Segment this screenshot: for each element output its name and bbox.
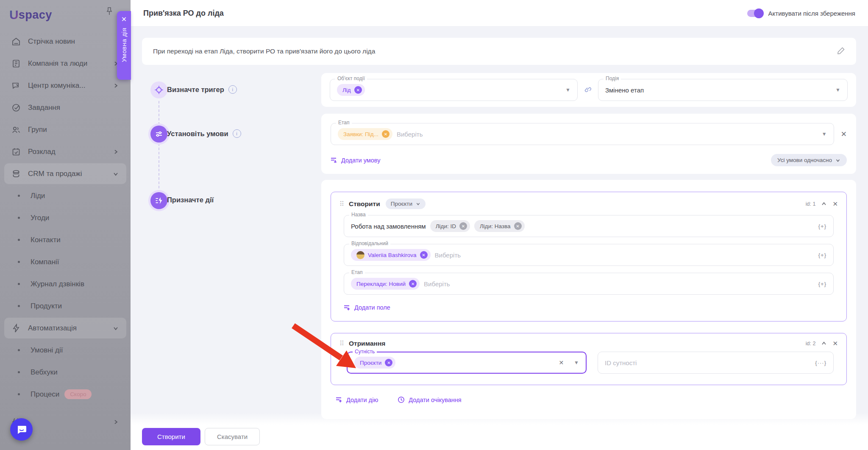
sidebar-item-webhooks[interactable]: Вебхуки [4,362,126,383]
info-icon[interactable]: i [233,129,241,138]
conditions-mode-select[interactable]: Усі умови одночасно [771,154,847,166]
activate-toggle[interactable] [747,10,762,17]
sidebar-item-products[interactable]: Продукти [4,296,126,316]
owner-field[interactable]: Відповідальний Valeriia Bashkirova✕ Вибе… [344,244,834,266]
action-card-create: ⠿ Створити Проєкти id: 1 ✕ Назва Робота … [331,192,847,321]
entity-field[interactable]: Сутність Проєкти✕ ✕ ▼ [347,352,587,374]
sidebar-item-deals[interactable]: Угоди [4,207,126,228]
add-field-button[interactable]: Додати поле [344,304,390,311]
sidebar-item-comm-center[interactable]: Центр комуніка... [4,75,126,96]
sidebar-item-leads[interactable]: Ліди [4,185,126,206]
app-root: Uspacy Стрічка новин Компанія та люди Це… [0,0,868,450]
event-object-field[interactable]: Об'єкт події Лід✕ ▼ [330,79,578,101]
pin-icon[interactable] [105,7,114,18]
name-field[interactable]: Назва Робота над замовленням Ліди: ID✕ Л… [344,215,834,237]
sidebar-item-automation[interactable]: Автоматизація [4,318,126,338]
event-field[interactable]: Подія Змінено етап ▼ [598,79,848,101]
dropdown-arrow-icon[interactable]: ▼ [835,87,840,93]
token-chip: Ліди: Назва✕ [474,220,525,232]
close-icon[interactable]: ✕ [121,15,127,23]
chevron-right-icon [113,83,119,89]
field-label: Об'єкт події [335,75,367,81]
list-plus-icon [344,305,351,311]
stage-field[interactable]: Етап Переклади: Новий✕ Виберіть {+} [344,273,834,295]
chat-phone-icon [11,81,21,91]
field-placeholder: Виберіть [435,252,461,259]
list-plus-icon [336,397,342,403]
dropdown-arrow-icon[interactable]: ▼ [565,87,570,93]
remove-chip-icon[interactable]: ✕ [420,251,428,259]
tab-label: Умовна дія [120,28,128,62]
edit-pencil-icon[interactable] [837,47,845,56]
clear-field-icon[interactable]: ✕ [559,359,564,366]
sidebar-item-label: Компанія та люди [28,59,87,68]
sidebar-item-groups[interactable]: Групи [4,119,126,140]
action-entity-select[interactable]: Проєкти [386,198,426,209]
building-icon [11,59,21,69]
remove-chip-icon[interactable]: ✕ [459,222,467,230]
insert-token-button[interactable]: {+} [818,223,826,229]
sidebar-item-crm[interactable]: CRM та продажі [4,163,126,184]
remove-chip-icon[interactable]: ✕ [385,359,392,366]
sidebar-item-label: Вебхуки [31,368,58,377]
description-input[interactable]: При переході на етап Ліда, створити РО т… [142,38,856,65]
chat-icon [16,425,27,435]
bullet-icon [18,305,20,307]
remove-chip-icon[interactable]: ✕ [354,86,362,94]
close-icon[interactable]: ✕ [832,200,838,208]
step-connector [159,101,159,193]
add-condition-button[interactable]: Додати умову [331,157,380,164]
collapse-icon[interactable] [821,341,827,347]
description-text: При переході на етап Ліда, створити РО т… [153,48,375,55]
sidebar-item-processes[interactable]: Процеси Скоро [4,384,126,405]
info-icon[interactable]: i [228,85,237,94]
event-value: Змінено етап [605,87,644,94]
chevron-right-icon [113,149,119,155]
sidebar-item-tasks[interactable]: Завдання [4,97,126,118]
insert-token-button[interactable]: {···} [815,360,826,366]
create-button[interactable]: Створити [142,428,200,445]
sidebar-item-conditional-actions[interactable]: Умовні дії [4,340,126,361]
toggle-knob [754,8,764,18]
sidebar: Uspacy Стрічка новин Компанія та люди Це… [0,0,131,450]
close-icon[interactable]: ✕ [832,340,838,347]
sidebar-item-schedule[interactable]: Розклад [4,141,126,162]
sidebar-item-call-log[interactable]: Журнал дзвінків [4,274,126,294]
entity-chip: Проєкти✕ [354,357,395,369]
drag-handle-icon[interactable]: ⠿ [339,200,343,208]
chevron-right-icon [113,419,119,425]
entity-id-field[interactable]: ID сутності {···} [598,352,834,374]
database-icon [11,169,21,179]
dropdown-arrow-icon[interactable]: ▼ [574,360,579,366]
conditional-action-tab[interactable]: ✕ Умовна дія [117,11,131,80]
condition-stage-chip: Заявки: Під...✕ [338,128,392,140]
chat-launcher-button[interactable] [10,418,33,441]
sidebar-item-contacts[interactable]: Контакти [4,229,126,250]
sidebar-item-newsfeed[interactable]: Стрічка новин [4,31,126,52]
remove-chip-icon[interactable]: ✕ [382,130,389,138]
add-action-button[interactable]: Додати дію [336,396,378,403]
cancel-button[interactable]: Скасувати [205,428,260,445]
name-text: Робота над замовленням [351,223,426,230]
logo[interactable]: Uspacy [0,0,131,30]
sidebar-item-label: Компанії [31,258,59,266]
drag-handle-icon[interactable]: ⠿ [339,340,343,347]
sidebar-item-label: Автоматизація [28,324,77,333]
avatar [356,251,364,259]
dropdown-arrow-icon[interactable]: ▼ [822,131,827,137]
condition-stage-field[interactable]: Етап Заявки: Під...✕ Виберіть ▼ [331,123,834,145]
insert-token-button[interactable]: {+} [818,281,826,287]
step-actions-label: Призначте дії [167,196,214,204]
insert-token-button[interactable]: {+} [818,252,826,258]
clock-plus-icon [398,396,405,403]
collapse-icon[interactable] [821,201,827,207]
sidebar-item-label: Контакти [31,236,61,244]
action-title: Створити [349,200,380,208]
sidebar-item-company[interactable]: Компанія та люди [4,53,126,74]
remove-chip-icon[interactable]: ✕ [514,222,522,230]
add-wait-button[interactable]: Додати очікування [398,396,461,403]
remove-condition-icon[interactable]: ✕ [841,130,847,139]
sidebar-item-label: Центр комуніка... [28,81,85,90]
remove-chip-icon[interactable]: ✕ [409,280,417,288]
sidebar-item-companies[interactable]: Компанії [4,252,126,272]
